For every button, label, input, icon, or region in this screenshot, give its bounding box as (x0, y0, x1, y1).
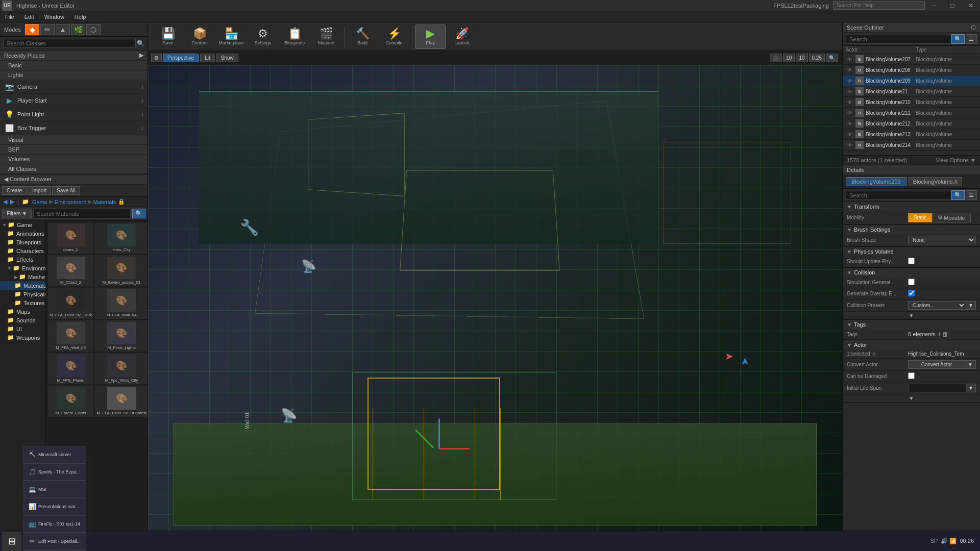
camera-item[interactable]: 📷 Camera ℹ (0, 80, 148, 94)
outliner-item[interactable]: 👁 B BlockingVolume211 BlockingVolume (843, 108, 980, 118)
visibility-icon[interactable]: 👁 (846, 119, 854, 128)
gen-overlap-checkbox[interactable] (908, 290, 915, 296)
collision-presets-select[interactable]: Custom... (908, 301, 966, 310)
visibility-icon[interactable]: 👁 (846, 55, 854, 63)
basic-section[interactable]: Basic (0, 61, 148, 70)
content-tool[interactable]: 📦 Content (184, 24, 215, 49)
box-trigger-info[interactable]: ℹ (141, 126, 143, 131)
folder-ui[interactable]: 📁 UI (0, 324, 45, 333)
point-light-item[interactable]: 💡 Point Light ℹ (0, 108, 148, 121)
viewport[interactable]: ⚙ Perspective Lit Show 🎥 10 10 0.25 🔍 (148, 51, 842, 551)
outliner-item[interactable]: 👁 B BlockingVolume21 BlockingVolume (843, 86, 980, 97)
perspective-button[interactable]: Perspective (163, 54, 199, 62)
sim-gen-checkbox[interactable] (908, 279, 915, 285)
visual-section[interactable]: Visual (0, 135, 148, 145)
breadcrumb-game[interactable]: Game (32, 199, 47, 205)
folder-maps[interactable]: 📁 Maps (0, 307, 45, 316)
lit-button[interactable]: Lit (200, 54, 215, 62)
breadcrumb-environment[interactable]: Environment (55, 199, 86, 205)
visibility-icon[interactable]: 👁 (846, 87, 854, 95)
folder-environment[interactable]: ▼ 📁 Environme... (0, 264, 45, 272)
tags-header[interactable]: ▼ Tags (843, 320, 980, 329)
folder-animations[interactable]: 📁 Animations (0, 229, 45, 238)
outliner-item[interactable]: 👁 B BlockingVolume208 BlockingVolume (843, 65, 980, 76)
actor-name-button[interactable]: BlockingVolume209 (846, 177, 906, 186)
life-span-input[interactable]: 0.0 (908, 384, 966, 392)
show-button[interactable]: Show (216, 54, 238, 62)
collision-header[interactable]: ▼ Collision (843, 268, 980, 277)
movable-button[interactable]: ⚙ Movable (932, 213, 971, 222)
outliner-item[interactable]: 👁 B BlockingVolume213 BlockingVolume (843, 129, 980, 140)
physics-volume-header[interactable]: ▼ Physics Volume (843, 247, 980, 256)
blueprints-tool[interactable]: 📋 Blueprints (279, 24, 310, 49)
asset-item[interactable]: 🎨 M_Fpc_Vista_City (95, 353, 148, 384)
save-tool[interactable]: 💾 Save (153, 24, 183, 49)
player-start-info[interactable]: ℹ (141, 98, 143, 104)
can-be-damaged-checkbox[interactable] (908, 372, 915, 379)
folder-characters[interactable]: 📁 Characters (0, 246, 45, 255)
transform-header[interactable]: ▼ Transform (843, 202, 980, 211)
outliner-item[interactable]: 👁 B BlockingVolume209 BlockingVolume (843, 76, 980, 86)
folder-physicals[interactable]: 📁 PhysicalsX (0, 290, 45, 298)
visibility-icon[interactable]: 👁 (846, 77, 854, 85)
folder-textures[interactable]: 📁 Textures (0, 298, 45, 307)
taskbar-item[interactable]: 🎵 Spotify - The Evpa... (23, 463, 86, 481)
tags-add-button[interactable]: + (938, 331, 941, 338)
taskbar-item[interactable]: 📺 FireFly - S01 ep1-14 (23, 515, 86, 533)
should-update-checkbox[interactable] (908, 258, 915, 264)
asset-item[interactable]: 🎨 M_FFA_Wall_04 (95, 288, 148, 319)
compile-tool[interactable]: ⚡ Compile (379, 24, 409, 49)
taskbar-item[interactable]: 💻 MSI (23, 481, 86, 498)
mode-geometry[interactable]: ⬡ (86, 24, 101, 35)
convert-actor-button[interactable]: Convert Actor (908, 360, 965, 369)
camera-info[interactable]: ℹ (141, 84, 143, 90)
actor-file-button[interactable]: BlockingVolume.h (909, 177, 962, 186)
collision-expand-arrow[interactable]: ▼ (909, 313, 914, 318)
outliner-item[interactable]: 👁 B BlockingVolume214 BlockingVolume (843, 140, 980, 151)
visibility-icon[interactable]: 👁 (846, 98, 854, 106)
import-button[interactable]: Import (28, 186, 51, 195)
folder-blueprints[interactable]: 📁 Blueprints (0, 238, 45, 246)
actor-section-header[interactable]: ▼ Actor (843, 340, 980, 349)
menu-file[interactable]: File (0, 13, 19, 21)
start-button[interactable]: ⊞ (2, 532, 21, 551)
details-search-button[interactable]: 🔍 (951, 190, 965, 200)
scene-outliner-options[interactable]: ☰ (966, 34, 977, 44)
titlebar-search[interactable] (833, 1, 925, 10)
build-tool[interactable]: 🔨 Build (347, 24, 378, 49)
asset-item[interactable]: 🎨 M_Floor_Lights (95, 320, 148, 352)
brush-shape-select[interactable]: None (908, 236, 976, 244)
view-options-outliner[interactable]: View Options ▼ (936, 157, 976, 163)
folder-materials[interactable]: 📁 Materials (0, 281, 45, 290)
menu-window[interactable]: Window (39, 13, 69, 21)
vp-grid-1[interactable]: 10 (783, 54, 795, 62)
scene-outliner-search-button[interactable]: 🔍 (951, 34, 965, 44)
lights-section[interactable]: Lights (0, 70, 148, 80)
menu-help[interactable]: Help (69, 13, 91, 21)
search-materials-button[interactable]: 🔍 (132, 209, 145, 218)
breadcrumb-materials[interactable]: Materials (93, 199, 116, 205)
mode-foliage[interactable]: 🌿 (71, 24, 85, 35)
mode-select[interactable]: ◆ (25, 24, 39, 35)
vp-cam-speed[interactable]: 🎥 (770, 54, 782, 62)
visibility-icon[interactable]: 👁 (846, 109, 854, 117)
actor-expand-arrow[interactable]: ▼ (909, 395, 914, 401)
taskbar-item[interactable]: ✏ Edit Post - Speciali... (23, 533, 86, 550)
asset-item[interactable]: 🎨 M_FPS_Planet (48, 353, 93, 384)
convert-actor-expand[interactable]: ▼ (965, 360, 976, 369)
details-view-toggle[interactable]: ☰ (966, 190, 977, 200)
folder-sounds[interactable]: 📁 Sounds (0, 316, 45, 324)
viewport-settings-button[interactable]: ⚙ (151, 54, 162, 62)
outliner-item[interactable]: 👁 B BlockingVolume207 BlockingVolume (843, 54, 980, 65)
volumes-section[interactable]: Volumes (0, 155, 148, 164)
close-button[interactable]: ✕ (962, 0, 980, 11)
brush-settings-header[interactable]: ▼ Brush Settings (843, 225, 980, 234)
all-classes-section[interactable]: All Classes (0, 164, 148, 174)
folder-effects[interactable]: 📁 Effects (0, 255, 45, 264)
maximize-button[interactable]: □ (943, 0, 962, 11)
life-span-expand[interactable]: ▼ (966, 384, 976, 392)
save-all-button[interactable]: Save All (52, 186, 80, 195)
mode-paint[interactable]: ✏ (40, 24, 55, 35)
visibility-icon[interactable]: 👁 (846, 66, 854, 74)
nav-back[interactable]: ◀ (3, 198, 7, 205)
